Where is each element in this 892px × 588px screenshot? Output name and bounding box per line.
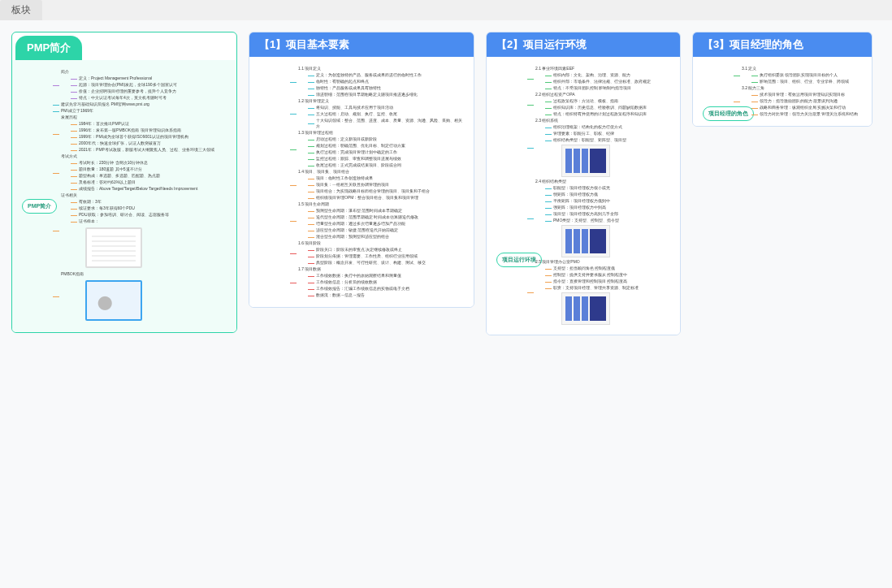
node: 3.1 定义 <box>742 66 756 71</box>
section-node: 2.5 项目管理办公室PMO支持型：担当顾问角色 控制程度低控制型：提供支持并要… <box>527 259 672 325</box>
node: 管理要素：职能分工、职权、纪律 <box>553 131 614 136</box>
node: 弱矩阵：项目经理权力低 <box>553 192 598 197</box>
node: 定义：为创造独特的产品、服务或成果而进行的临时性工作 <box>316 72 422 77</box>
node: 规划过程组：明确范围、优化目标、制定行动方案 <box>316 143 405 148</box>
node: 控制型：提供支持并要求服从 控制程度中 <box>553 272 627 277</box>
node: 1.3 项目管理过程组 <box>298 130 333 135</box>
node: 建议先学习基础知识后报名 PMI官网www.pmi.org <box>61 102 149 106</box>
node: 组织治理框架：结构化的权力行使方式 <box>553 124 622 129</box>
section-node: 1.6 项目阶段阶段关口：阶段末的审查点 决定继续修改或终止阶段划分依据：管理需… <box>290 240 465 266</box>
section-node: 2.4 组织结构类型职能型：项目经理权力很小或无弱矩阵：项目经理权力低平衡矩阵：… <box>527 179 672 257</box>
node: 考试方式 <box>61 153 77 158</box>
node: 平衡矩阵：项目经理权力低到中 <box>553 198 610 203</box>
card-project-basics[interactable]: 【1】项目基本要素 项目基本要素 1.1 项目定义定义：为创造独特的产品、服务或… <box>249 32 474 308</box>
node: 1.5 项目生命周期 <box>298 201 329 206</box>
board: PMP简介 PMP简介 简介 定义：Project Management Pro… <box>0 20 892 347</box>
node: 适应型生命周期：敏捷 范围在迭代开始前确定 <box>316 227 398 232</box>
node: PMBOK指南 <box>61 271 84 276</box>
node: 简介 <box>61 69 69 74</box>
cert-image-1 <box>85 227 142 268</box>
section-node: 1.2 项目管理定义将知识、技能、工具与技术应用于项目活动五大过程组：启动、规划… <box>290 98 465 129</box>
node: 定义：Project Management Professional <box>79 76 152 80</box>
node: 收尾过程组：正式完成或结束项目、阶段或合同 <box>316 162 401 167</box>
card-title: PMP简介 <box>15 36 82 60</box>
section-node: 2.3 组织系统组织治理框架：结构化的权力行使方式管理要素：职能分工、职权、纪律… <box>527 118 672 177</box>
node: 混合型生命周期：预测型和适应型的组合 <box>316 234 389 239</box>
node: 十大知识领域：整合、范围、进度、成本、质量、资源、沟通、风险、采购、相关方 <box>316 118 462 128</box>
section-node: 3.1 定义执行组织委派 领导团队实现项目目标的个人影响范围：项目、组织、行业、… <box>734 66 864 84</box>
node: PDU获取：参加培训、研讨会、阅读、志愿服务等 <box>79 212 169 217</box>
node: 1999年：PMI成为全球首个获得ISO9001认证的项目管理机构 <box>79 134 188 139</box>
node: 指令型：直接管理和控制项目 控制程度高 <box>553 279 627 283</box>
node: 工作绩效报告：汇编工作绩效信息的实物或电子文档 <box>316 286 409 291</box>
node: 组织外部：市场条件、法律法规、行业标准、政府规定 <box>553 79 651 84</box>
node: 题目数量：180道题 其中5道不计分 <box>79 166 142 171</box>
section-node: 1.7 项目数据工作绩效数据：执行中的原始观察结果和测量值工作绩效信息：分析后的… <box>290 266 465 298</box>
node: 预测型生命周期：瀑布型 范围时间成本早期确定 <box>316 208 402 213</box>
node: 迭代型生命周期：范围早期确定 时间成本估算随迭代修改 <box>316 214 418 219</box>
node: 考试时长：230分钟 含两次10分钟休息 <box>79 160 148 165</box>
card-pm-role[interactable]: 【3】项目经理的角色 项目经理的角色 3.1 定义执行组织委派 领导团队实现项目… <box>692 32 873 127</box>
node: 1.6 项目阶段 <box>298 240 321 245</box>
node: 阶段关口：阶段末的审查点 决定继续修改或终止 <box>316 247 402 252</box>
section-node: 3.2 能力三角技术项目管理：有效运用项目管理知识实现目标领导力：指导激励团队的… <box>734 85 864 117</box>
node: 组织内部：文化、架构、治理、资源、能力 <box>553 72 630 77</box>
node: 组织级项目管理OPM：整合项目组合、项目集和项目管理 <box>316 195 418 200</box>
node: 2.1 事业环境因素EEF <box>535 66 574 71</box>
mindmap-pmp-intro: PMP简介 简介 定义：Project Management Professio… <box>12 60 236 332</box>
mindmap-project-basics: 项目基本要素 1.1 项目定义定义：为创造独特的产品、服务或成果而进行的临时性工… <box>249 57 474 307</box>
node: 特点：组织特有并使用的计划过程政策程序和知识库 <box>553 111 647 116</box>
card-title: 【2】项目运行环境 <box>487 32 680 57</box>
cert-image-2 <box>85 280 142 321</box>
node: 有效期：3年 <box>79 199 102 204</box>
node: 2000年代：快速全球扩张，认证人数突破百万 <box>79 141 161 145</box>
node: 1996年：发布第一版PMBOK指南 项目管理知识体系指南 <box>79 128 181 132</box>
node: 强矩阵：项目经理权力中到高 <box>553 205 606 210</box>
card-title: 【3】项目经理的角色 <box>693 32 872 57</box>
node: 启动过程组：定义新项目或新阶段 <box>316 136 377 141</box>
node: 独特性：产品服务或成果具有独特性 <box>316 85 381 90</box>
section-node: 1.4 项目、项目集、项目组合项目：临时性工作创造独特成果项目集：一组相互关联且… <box>290 169 465 201</box>
node: 发展历程 <box>61 115 77 119</box>
node: 渐进明细：范围在项目早期粗略定义随项目推进逐步细化 <box>316 92 418 97</box>
node: 组织知识库：历史信息、经验教训、问题缺陷数据库 <box>553 105 647 110</box>
node: 价值：企业招聘项目经理的重要参考，提升个人竞争力 <box>79 89 176 93</box>
section-node: 1.1 项目定义定义：为创造独特的产品、服务或成果而进行的临时性工作临时性：有明… <box>290 66 465 97</box>
node: 题型构成：单选题、多选题、匹配题、热点题 <box>79 173 160 178</box>
node: 组织结构类型：职能型、矩阵型、项目型 <box>553 137 626 142</box>
mindmap-pm-role: 项目经理的角色 3.1 定义执行组织委派 领导团队实现项目目标的个人影响范围：项… <box>693 57 872 126</box>
mindmap-project-env: 项目运行环境 2.1 事业环境因素EEF组织内部：文化、架构、治理、资源、能力组… <box>487 57 680 335</box>
node: 增量型生命周期：通过多次增量逐步增加产品功能 <box>316 221 405 226</box>
node: 2.2 组织过程资产OPA <box>535 92 575 97</box>
node: 项目：临时性工作创造独特成果 <box>316 175 373 180</box>
card-pmp-intro[interactable]: PMP简介 PMP简介 简介 定义：Project Management Pro… <box>11 32 237 333</box>
node: 技术项目管理：有效运用项目管理知识实现目标 <box>760 92 845 97</box>
node: 过程政策程序：方法论、模板、指南 <box>553 98 618 103</box>
node: 2021年：PMP考试改版，新版考试大纲聚焦人员、过程、业务环境三大领域 <box>79 147 214 152</box>
node: 3.2 能力三角 <box>742 85 764 90</box>
node: 特点：中文认证考试每年4次，英文机考随时可考 <box>79 95 167 100</box>
node: 续证要求：每3年获得60个PDU <box>79 205 135 210</box>
node: 领导力对比管理：领导力关注愿景 管理关注系统和结构 <box>760 111 858 116</box>
card-title: 【1】项目基本要素 <box>249 32 474 57</box>
node: 支持型：担当顾问角色 控制程度低 <box>553 266 615 270</box>
node: 五大过程组：启动、规划、执行、监控、收尾 <box>316 111 397 116</box>
node: 1.7 项目数据 <box>298 266 321 271</box>
org-chart-thumb <box>561 145 610 177</box>
node: 监控过程组：跟踪、审查和调整项目进展与绩效 <box>316 156 401 161</box>
node: 项目组合：为实现战略目标而组合管理的项目、项目集和子组合 <box>316 188 430 193</box>
node: 成绩报告：Above Target/Target/Below Target/Ne… <box>79 186 197 191</box>
node: 1.1 项目定义 <box>298 66 321 71</box>
node: 临时性：有明确的起点和终点 <box>316 79 369 84</box>
node: 2.4 组织结构类型 <box>535 179 566 184</box>
node: PMO类型：支持型、控制型、指令型 <box>553 218 619 223</box>
card-project-env[interactable]: 【2】项目运行环境 项目运行环境 2.1 事业环境因素EEF组织内部：文化、架构… <box>486 32 681 335</box>
node: 1.4 项目、项目集、项目组合 <box>298 169 349 174</box>
node: 将知识、技能、工具与技术应用于项目活动 <box>316 105 393 110</box>
org-chart-thumb <box>561 292 610 325</box>
node: 证书样本： <box>79 218 99 223</box>
org-chart-thumb <box>561 225 610 257</box>
tab-sections[interactable]: 板块 <box>0 0 42 20</box>
node: 证书相关 <box>61 192 77 197</box>
node: 战略和商务管理：纵观组织全局 实施决策和行动 <box>760 105 846 110</box>
